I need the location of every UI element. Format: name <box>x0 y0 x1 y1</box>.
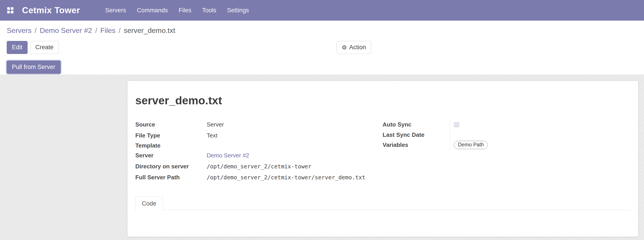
action-button[interactable]: ⚙ Action <box>336 41 371 54</box>
field-row-file-type: File Type Text <box>135 130 382 141</box>
apps-grid-icon[interactable] <box>7 7 14 14</box>
notebook-tabs: Code <box>135 196 630 210</box>
field-label-file-type: File Type <box>135 132 207 139</box>
top-menu: Servers Commands Files Tools Settings <box>105 7 249 14</box>
field-row-full-path: Full Server Path /opt/demo_server_2/cetm… <box>135 172 382 183</box>
field-row-server: Server Demo Server #2 <box>135 150 382 161</box>
record-sheet: server_demo.txt Source Server File Type … <box>127 81 638 237</box>
field-label-server: Server <box>135 152 207 159</box>
field-row-template: Template <box>135 141 382 150</box>
content-area: server_demo.txt Source Server File Type … <box>0 75 644 240</box>
field-grid: Source Server File Type Text Template Se… <box>135 119 630 183</box>
menu-item-settings[interactable]: Settings <box>227 7 249 14</box>
breadcrumb: Servers / Demo Server #2 / Files / serve… <box>7 26 175 35</box>
field-row-directory: Directory on server /opt/demo_server_2/c… <box>135 161 382 172</box>
field-label-source: Source <box>135 121 207 128</box>
breadcrumb-link-servers[interactable]: Servers <box>7 26 32 35</box>
control-panel: Servers / Demo Server #2 / Files / serve… <box>0 21 644 75</box>
field-value-file-type: Text <box>207 130 218 141</box>
field-label-last-sync: Last Sync Date <box>382 131 450 138</box>
field-label-variables: Variables <box>382 141 450 148</box>
app-title[interactable]: Cetmix Tower <box>22 5 80 15</box>
menu-item-servers[interactable]: Servers <box>105 7 126 14</box>
breadcrumb-link-demo-server[interactable]: Demo Server #2 <box>40 26 92 35</box>
field-value-full-path: /opt/demo_server_2/cetmix-tower/server_d… <box>207 172 365 183</box>
field-group-left: Source Server File Type Text Template Se… <box>135 119 382 183</box>
menu-item-tools[interactable]: Tools <box>202 7 216 14</box>
menu-item-files[interactable]: Files <box>178 7 192 14</box>
field-label-directory: Directory on server <box>135 163 207 170</box>
tab-code[interactable]: Code <box>135 197 163 210</box>
auto-sync-checkbox[interactable] <box>454 122 459 127</box>
field-group-right: Auto Sync Last Sync Date Variables Demo … <box>382 119 630 183</box>
field-label-auto-sync: Auto Sync <box>382 121 450 128</box>
field-row-variables: Variables Demo Path <box>382 139 630 150</box>
field-value-directory: /opt/demo_server_2/cetmix-tower <box>207 161 312 172</box>
statusbar: Pull from Server <box>7 61 60 74</box>
form-buttons: Edit Create <box>7 41 59 54</box>
gear-icon: ⚙ <box>342 45 347 50</box>
action-button-label: Action <box>349 44 366 51</box>
pull-from-server-button[interactable]: Pull from Server <box>7 61 60 74</box>
tab-code-content <box>135 210 630 237</box>
edit-button[interactable]: Edit <box>7 41 28 54</box>
field-value-source: Server <box>207 119 224 130</box>
breadcrumb-separator: / <box>119 26 121 35</box>
field-row-last-sync: Last Sync Date <box>382 130 630 139</box>
create-button[interactable]: Create <box>30 41 59 54</box>
field-row-source: Source Server <box>135 119 382 130</box>
field-label-template: Template <box>135 142 207 149</box>
field-value-auto-sync <box>450 119 630 130</box>
breadcrumb-link-files[interactable]: Files <box>100 26 116 35</box>
server-record-link[interactable]: Demo Server #2 <box>207 152 249 159</box>
record-title: server_demo.txt <box>135 94 630 107</box>
field-value-variables: Demo Path <box>450 139 630 150</box>
variable-tag-demo-path: Demo Path <box>454 141 488 149</box>
topbar: Cetmix Tower Servers Commands Files Tool… <box>0 0 644 21</box>
field-value-server: Demo Server #2 <box>207 150 249 161</box>
field-value-last-sync <box>450 130 630 139</box>
menu-item-commands[interactable]: Commands <box>137 7 168 14</box>
field-row-auto-sync: Auto Sync <box>382 119 630 130</box>
breadcrumb-separator: / <box>34 26 36 35</box>
field-label-full-path: Full Server Path <box>135 174 207 181</box>
breadcrumb-current: server_demo.txt <box>124 26 175 35</box>
breadcrumb-separator: / <box>95 26 97 35</box>
